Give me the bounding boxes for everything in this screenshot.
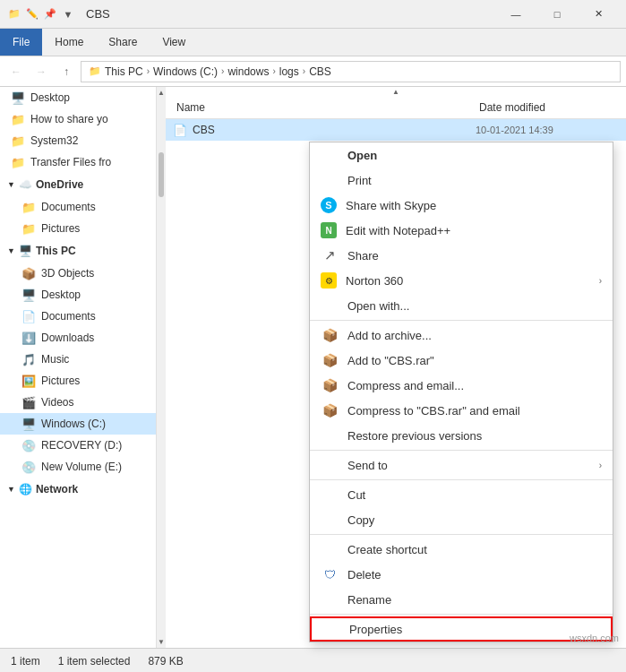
cm-restore[interactable]: Restore previous versions: [310, 423, 613, 448]
minimize-button[interactable]: —: [495, 0, 536, 29]
sidebar-item-howto[interactable]: 📁 How to share yo: [0, 108, 156, 130]
title-bar: 📁 ✏️ 📌 ▼ CBS — □ ✕: [0, 0, 626, 29]
sidebar-container: 🖥️ Desktop 📁 How to share yo 📁 System32 …: [0, 87, 166, 648]
column-header-date[interactable]: Date modified: [476, 101, 619, 114]
cm-share-skype[interactable]: S Share with Skype: [310, 193, 613, 218]
path-cbs-label: CBS: [309, 65, 331, 78]
sidebar-item-documents2[interactable]: 📄 Documents: [0, 306, 156, 327]
sidebar-label-3dobjects: 3D Objects: [41, 267, 94, 280]
cm-add-cbs-rar[interactable]: 📦 Add to "CBS.rar": [310, 348, 613, 373]
cm-sendto[interactable]: Send to ›: [310, 452, 613, 478]
path-arrow-4: ›: [303, 66, 305, 76]
column-header-name[interactable]: Name: [173, 101, 476, 114]
sidebar-item-new-volume[interactable]: 💿 New Volume (E:): [0, 456, 156, 478]
folder-icon: 📁: [7, 7, 21, 22]
path-arrow-3: ›: [272, 66, 275, 76]
cm-open[interactable]: Open: [310, 142, 613, 168]
sidebar-scrollbar[interactable]: ▲ ▼: [157, 87, 166, 648]
path-windows-dir-label: windows: [227, 65, 269, 78]
pin-icon: 📌: [43, 7, 57, 22]
sidebar-item-downloads[interactable]: ⬇️ Downloads: [0, 327, 156, 349]
cm-rename-label: Rename: [347, 593, 602, 607]
sidebar-item-music[interactable]: 🎵 Music: [0, 349, 156, 370]
tab-view[interactable]: View: [150, 29, 198, 56]
sidebar-header-network[interactable]: ▼ 🌐 Network: [0, 478, 156, 501]
cm-norton-label: Norton 360: [346, 274, 590, 288]
context-menu: Open Print S Share with Skype N Edit wit…: [309, 142, 613, 642]
sidebar-item-desktop[interactable]: 🖥️ Desktop: [0, 284, 156, 306]
cm-norton-arrow: ›: [599, 276, 602, 286]
cm-delete[interactable]: 🛡 Delete: [310, 562, 613, 587]
cm-print[interactable]: Print: [310, 168, 613, 193]
sidebar-header-thispc[interactable]: ▼ 🖥️ This PC: [0, 239, 156, 263]
sidebar-label-howto: How to share yo: [30, 113, 108, 125]
cm-share-icon: ↗: [321, 246, 339, 264]
path-arrow-1: ›: [147, 66, 150, 76]
up-button[interactable]: ↑: [56, 61, 77, 82]
maximize-button[interactable]: □: [536, 0, 578, 29]
cm-norton[interactable]: ⚙ Norton 360 ›: [310, 268, 613, 293]
sidebar-item-windows-c[interactable]: 🖥️ Windows (C:): [0, 413, 156, 435]
sidebar-item-system32[interactable]: 📁 System32: [0, 130, 156, 151]
tab-share[interactable]: Share: [96, 29, 150, 56]
cm-share[interactable]: ↗ Share: [310, 243, 613, 268]
videos-icon: 🎬: [21, 396, 36, 409]
cm-skype-label: Share with Skype: [346, 199, 602, 212]
desktop-icon: 🖥️: [11, 91, 25, 105]
window-controls: — □ ✕: [495, 0, 619, 29]
scroll-thumb[interactable]: [159, 152, 164, 197]
sidebar-label-system32: System32: [30, 134, 78, 147]
sort-indicator: ▲: [166, 87, 626, 96]
path-logs-label: logs: [279, 65, 299, 78]
sidebar-item-desktop-quick[interactable]: 🖥️ Desktop: [0, 87, 156, 108]
cm-compress-cbs-email[interactable]: 📦 Compress to "CBS.rar" and email: [310, 398, 613, 423]
watermark: wsxdn.com: [570, 633, 619, 643]
sidebar-item-pictures2[interactable]: 🖼️ Pictures: [0, 370, 156, 392]
sidebar-item-transfer[interactable]: 📁 Transfer Files fro: [0, 151, 156, 173]
tab-file[interactable]: File: [0, 29, 42, 56]
cm-shortcut-label: Create shortcut: [347, 543, 602, 556]
sidebar-item-videos[interactable]: 🎬 Videos: [0, 392, 156, 413]
address-path[interactable]: 📁 This PC › Windows (C:) › windows › log…: [81, 61, 621, 82]
tab-home[interactable]: Home: [42, 29, 96, 56]
collapse-arrow-network: ▼: [7, 485, 15, 494]
cm-delete-label: Delete: [347, 568, 602, 582]
cm-openwith-label: Open with...: [347, 299, 602, 313]
dropdown-icon[interactable]: ▼: [61, 7, 75, 22]
sidebar-item-recovery[interactable]: 💿 RECOVERY (D:): [0, 435, 156, 456]
forward-button[interactable]: →: [30, 61, 52, 82]
transfer-folder-icon: 📁: [11, 156, 25, 169]
documents-icon: 📁: [21, 201, 36, 214]
cm-edit-notepad[interactable]: N Edit with Notepad++: [310, 218, 613, 243]
cm-cut[interactable]: Cut: [310, 482, 613, 507]
thispc-icon: 🖥️: [19, 245, 32, 257]
sidebar-label-transfer: Transfer Files fro: [30, 156, 111, 168]
cm-add-archive[interactable]: 📦 Add to archive...: [310, 323, 613, 348]
file-row-cbs[interactable]: 📄 CBS 10-01-2021 14:39: [166, 119, 626, 141]
cm-create-shortcut[interactable]: Create shortcut: [310, 537, 613, 562]
ribbon-tabs: File Home Share View: [0, 29, 626, 56]
network-icon: 🌐: [19, 483, 32, 495]
sidebar-item-3dobjects[interactable]: 📦 3D Objects: [0, 263, 156, 284]
cm-copy[interactable]: Copy: [310, 507, 613, 532]
cm-rename[interactable]: Rename: [310, 587, 613, 612]
sidebar-header-onedrive[interactable]: ▼ ☁️ OneDrive: [0, 173, 156, 196]
cm-notepad-icon: N: [321, 222, 337, 238]
cm-copy-label: Copy: [347, 513, 602, 527]
desktop2-icon: 🖥️: [21, 289, 36, 302]
sidebar-label-videos: Videos: [41, 396, 73, 409]
status-selected: 1 item selected: [58, 655, 131, 668]
cm-skype-icon: S: [321, 197, 337, 213]
back-button[interactable]: ←: [5, 61, 27, 82]
sidebar-label-new-volume: New Volume (E:): [41, 461, 122, 473]
cm-properties[interactable]: Properties: [310, 616, 613, 642]
cm-separator-2: [310, 450, 613, 451]
address-bar: ← → ↑ 📁 This PC › Windows (C:) › windows…: [0, 56, 626, 87]
cm-norton-icon: ⚙: [321, 272, 337, 289]
cm-openwith[interactable]: Open with...: [310, 293, 613, 318]
cm-compress-email[interactable]: 📦 Compress and email...: [310, 373, 613, 398]
howto-folder-icon: 📁: [11, 113, 25, 126]
close-button[interactable]: ✕: [578, 0, 619, 29]
sidebar-item-documents[interactable]: 📁 Documents: [0, 196, 156, 218]
sidebar-item-pictures[interactable]: 📁 Pictures: [0, 218, 156, 239]
